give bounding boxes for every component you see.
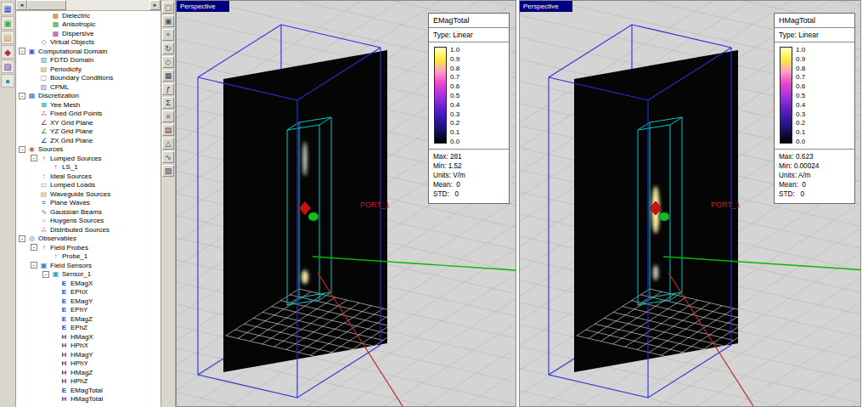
tree-item-xy-grid-plane[interactable]: ∠XY Grid Plane	[16, 118, 161, 127]
tree-expander[interactable]: -	[31, 262, 37, 269]
tree-expander[interactable]: -	[19, 93, 25, 99]
tree-item-label: XY Grid Plane	[50, 119, 93, 127]
tree-item-virtual-objects[interactable]: ◇Virtual Objects	[16, 38, 161, 48]
tree-item-waveguide-sources[interactable]: ▤Waveguide Sources	[16, 189, 161, 199]
tree-item-label: CPML	[50, 83, 69, 91]
view-tool-icon-12-glyph: ∿	[165, 153, 172, 161]
view-tool-icon-8[interactable]: Σ	[162, 97, 174, 109]
app-tool-icon-2[interactable]: ▣	[1, 16, 14, 30]
tree-item-periodicity[interactable]: ▤Periodicity	[16, 65, 161, 74]
view-tool-icon-1[interactable]: ▢	[162, 2, 174, 14]
tree-expander[interactable]: -	[31, 155, 37, 161]
app-tool-icon-5[interactable]: ▨	[1, 59, 14, 73]
e-component-icon: E	[60, 297, 68, 305]
tree-item-gaussian-beams[interactable]: ∿Gaussian Beams	[16, 207, 161, 217]
tree-item-emagx[interactable]: EEMagX	[16, 279, 161, 288]
tree-item-discretization[interactable]: -▦Discretization	[16, 92, 161, 101]
app-tool-icon-4[interactable]: ◆	[1, 45, 14, 59]
tree-expander[interactable]: -	[19, 48, 25, 54]
tree-item-hphy[interactable]: HHPhY	[16, 359, 161, 369]
tree-item-label: Field Probes	[50, 244, 88, 252]
tree-expander[interactable]: -	[19, 146, 25, 153]
tree-item-sensor-1[interactable]: -▣Sensor_1	[16, 270, 161, 280]
view-tool-icon-4[interactable]: ↻	[162, 42, 174, 54]
tree-item-label: HPhY	[70, 359, 88, 367]
tree-item-label: EMagY	[70, 297, 93, 305]
tree-item-fixed-grid-points[interactable]: ∴Fixed Grid Points	[16, 110, 161, 119]
view-tool-icon-3[interactable]: +	[162, 29, 174, 41]
colorbar-tick: 1.0	[796, 47, 805, 54]
sensor-icon: ▣	[52, 270, 59, 278]
colorbar-tick: 0.5	[796, 93, 805, 99]
tree-item-computational-domain[interactable]: -▣Computational Domain	[16, 47, 161, 56]
scroll-left-button[interactable]: ◂	[16, 0, 27, 10]
h-component-icon: H	[60, 377, 68, 385]
tree-item-hmagx[interactable]: HHMagX	[16, 332, 161, 342]
tree-expander[interactable]: -	[42, 271, 49, 278]
tree-item-ephz[interactable]: EEPhZ	[16, 324, 161, 333]
view-tool-icon-10[interactable]: ▤	[162, 124, 174, 136]
tree-item-distributed-sources[interactable]: ∴Distributed Sources	[16, 225, 161, 235]
view-tool-icon-7[interactable]: ƒ	[162, 83, 174, 95]
tree-item-hmagy[interactable]: HHMagY	[16, 350, 161, 359]
tree-item-fdtd-domain[interactable]: ▥FDTD Domain	[16, 56, 161, 65]
view-tool-icon-7-glyph: ƒ	[166, 85, 170, 93]
app-tool-icon-1[interactable]: ▦	[1, 2, 14, 15]
view-tool-icon-5[interactable]: ◇	[162, 56, 174, 68]
tree-item-label: EMagX	[70, 280, 93, 287]
observables-icon: ◎	[28, 235, 36, 242]
tree-item-ephy[interactable]: EEPhY	[16, 306, 161, 315]
view-tool-icon-6[interactable]: ▦	[162, 70, 174, 82]
h-component-icon: H	[60, 333, 68, 341]
tree-item-cpml[interactable]: ▨CPML	[16, 82, 161, 92]
tree-item-yz-grid-plane[interactable]: ∠YZ Grid Plane	[16, 127, 161, 137]
tree-item-boundary-conditions[interactable]: ▢Boundary Conditions	[16, 74, 161, 83]
tree-item-field-sensors[interactable]: -▣Field Sensors	[16, 261, 161, 270]
view-tool-icon-2[interactable]: ▣	[162, 15, 174, 27]
gaussian-beams-icon: ∿	[40, 208, 48, 216]
tree-item-hphz[interactable]: HHPhZ	[16, 377, 161, 387]
view-tool-icon-9[interactable]: ≡	[162, 110, 174, 122]
tree-item-field-probes[interactable]: -↑Field Probes	[16, 243, 161, 252]
tree-item-label: Virtual Objects	[50, 38, 94, 46]
scrollbar-track[interactable]	[27, 0, 149, 10]
tree-item-yee-mesh[interactable]: ⊞Yee Mesh	[16, 100, 161, 110]
tree-item-hmagtotal[interactable]: HHMagTotal	[16, 395, 161, 404]
view-tool-icon-12[interactable]: ∿	[162, 151, 174, 163]
tree-item-anisotropic[interactable]: ▦Anisotropic	[16, 20, 161, 30]
tree-item-ephx[interactable]: EEPhX	[16, 288, 161, 297]
tree-item-emagtotal[interactable]: EEMagTotal	[16, 386, 161, 395]
viewport-e-field: Perspective	[176, 0, 516, 407]
tree-item-ideal-sources[interactable]: ↑Ideal Sources	[16, 172, 161, 181]
scrollbar-thumb[interactable]	[27, 0, 66, 10]
tree-item-zx-grid-plane[interactable]: ∠ZX Grid Plane	[16, 136, 161, 145]
tree-item-plane-waves[interactable]: ≈Plane Waves	[16, 199, 161, 208]
tree-item-emagz[interactable]: EEMagZ	[16, 314, 161, 324]
legend-title: HMagTotal	[775, 14, 854, 28]
tree-item-emagy[interactable]: EEMagY	[16, 297, 161, 306]
tree-item-sources[interactable]: -◉Sources	[16, 145, 161, 155]
view-tool-icon-11-glyph: △	[166, 139, 172, 148]
tree-item-observables[interactable]: -◎Observables	[16, 235, 161, 244]
app-tool-icon-6[interactable]: ●	[1, 74, 14, 88]
tree-item-dispersive[interactable]: ▦Dispersive	[16, 29, 161, 38]
view-tool-icon-11[interactable]: △	[162, 138, 174, 150]
tree-item-dielectric[interactable]: ▦Dielectric	[16, 11, 161, 20]
legend-stat: STD: 0	[779, 189, 850, 199]
view-tool-icon-13[interactable]: ▧	[162, 165, 174, 177]
scroll-right-button[interactable]: ▸	[149, 0, 161, 10]
tree-expander[interactable]: -	[19, 235, 25, 242]
tree-item-hmagz[interactable]: HHMagZ	[16, 368, 161, 377]
colorbar-tick: 0.0	[450, 138, 459, 145]
app-tool-icon-5-glyph: ▨	[3, 62, 11, 71]
tree-item-huygens-sources[interactable]: ○Huygens Sources	[16, 217, 161, 226]
tree-item-ls-1[interactable]: ↑LS_1	[16, 163, 161, 172]
tree-item-lumped-sources[interactable]: -↑Lumped Sources	[16, 154, 161, 163]
tree-item-lumped-loads[interactable]: ▭Lumped Loads	[16, 181, 161, 190]
tree-item-hphx[interactable]: HHPhX	[16, 342, 161, 351]
tree-item-probe-1[interactable]: ↑Probe_1	[16, 252, 161, 262]
tree-horizontal-scrollbar[interactable]: ◂ ▸	[16, 0, 161, 11]
tree-item-label: Sensor_1	[62, 270, 91, 278]
app-tool-icon-3[interactable]: ▤	[1, 31, 14, 44]
tree-expander[interactable]: -	[31, 244, 37, 251]
